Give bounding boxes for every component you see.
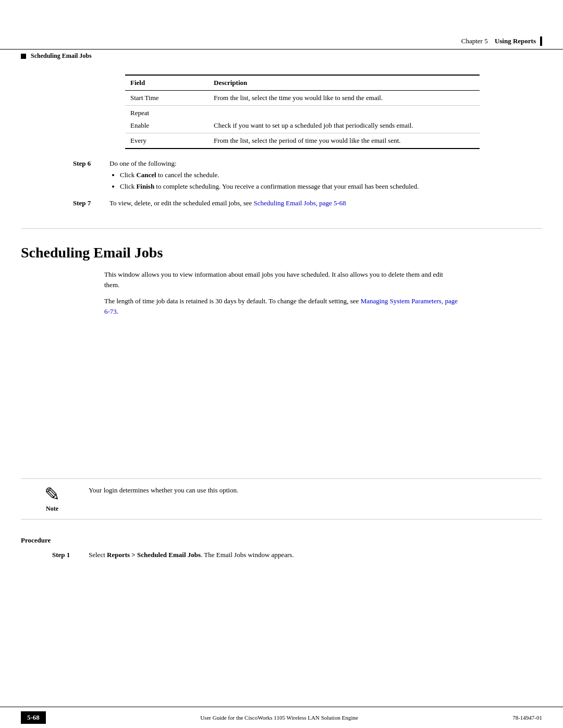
- desc-repeat: [209, 106, 480, 119]
- section-heading: Scheduling Email Jobs: [21, 228, 542, 261]
- note-icon-area: ✎ Note: [21, 485, 83, 513]
- step-1-content: Select Reports > Scheduled Email Jobs. T…: [89, 551, 563, 559]
- desc-start-time: From the list, select the time you would…: [209, 91, 480, 106]
- header-bar: Chapter 5 Using Reports: [0, 31, 563, 50]
- sub-header: Scheduling Email Jobs: [0, 50, 563, 64]
- note-content: Your login determines whether you can us…: [83, 485, 542, 496]
- body-para-1: This window allows you to view informati…: [104, 269, 459, 290]
- footer-right-text: 78-14947-01: [512, 714, 542, 721]
- list-item: Click Cancel to cancel the schedule.: [120, 171, 542, 179]
- step-1-text: Select Reports > Scheduled Email Jobs. T…: [89, 551, 294, 559]
- table-row-every: Every From the list, select the period o…: [125, 133, 480, 149]
- page: Chapter 5 Using Reports Scheduling Email…: [0, 0, 563, 728]
- chapter-number: Chapter 5: [461, 37, 488, 45]
- table-row-repeat: Repeat: [125, 106, 480, 119]
- main-content: Field Description Start Time From the li…: [0, 64, 563, 470]
- note-section: ✎ Note Your login determines whether you…: [21, 478, 542, 520]
- col-header-description: Description: [209, 75, 480, 91]
- field-every: Every: [125, 133, 209, 149]
- step-1-row: Step 1 Select Reports > Scheduled Email …: [52, 551, 563, 559]
- body-para-2: The length of time job data is retained …: [104, 296, 459, 316]
- step-6-intro: Do one of the following:: [109, 159, 177, 167]
- header-chapter: Chapter 5 Using Reports: [458, 37, 536, 45]
- note-pencil-icon: ✎: [44, 485, 60, 504]
- managing-system-params-link[interactable]: Managing System Parameters, page 6-73.: [104, 297, 458, 315]
- col-header-field: Field: [125, 75, 209, 91]
- step-6-bullets: Click Cancel to cancel the schedule. Cli…: [109, 171, 542, 191]
- desc-every: From the list, select the period of time…: [209, 133, 480, 149]
- footer-page-number: 5-68: [21, 711, 46, 724]
- note-text: Your login determines whether you can us…: [89, 486, 238, 494]
- footer: 5-68 User Guide for the CiscoWorks 1105 …: [0, 707, 563, 728]
- field-repeat: Repeat: [125, 106, 209, 119]
- step-6-label: Step 6: [73, 159, 109, 168]
- procedure-label: Procedure: [21, 536, 563, 545]
- note-label: Note: [46, 505, 58, 513]
- step-7-content: To view, delete, or edit the scheduled e…: [109, 199, 542, 207]
- step-7-row: Step 7 To view, delete, or edit the sche…: [73, 199, 542, 207]
- step-7-label: Step 7: [73, 199, 109, 207]
- header-right-border-decoration: [540, 36, 542, 46]
- steps-upper-section: Step 6 Do one of the following: Click Ca…: [73, 159, 542, 207]
- table-row: Start Time From the list, select the tim…: [125, 91, 480, 106]
- breadcrumb-icon: [21, 54, 26, 59]
- field-enable: Enable: [125, 118, 209, 133]
- footer-center-text: User Guide for the CiscoWorks 1105 Wirel…: [200, 714, 358, 721]
- spacer: [0, 559, 563, 707]
- scheduling-email-jobs-link[interactable]: Scheduling Email Jobs, page 5-68: [254, 199, 346, 207]
- field-start-time: Start Time: [125, 91, 209, 106]
- breadcrumb: Scheduling Email Jobs: [21, 52, 92, 59]
- table-row-enable: Enable Check if you want to set up a sch…: [125, 118, 480, 133]
- desc-enable: Check if you want to set up a scheduled …: [209, 118, 480, 133]
- header-using-reports: Using Reports: [495, 37, 536, 45]
- step-6-content: Do one of the following: Click Cancel to…: [109, 159, 542, 194]
- field-table: Field Description Start Time From the li…: [125, 75, 480, 149]
- list-item: Click Finish to complete scheduling. You…: [120, 182, 542, 191]
- step-7-text: To view, delete, or edit the scheduled e…: [109, 199, 346, 207]
- step-1-label: Step 1: [52, 551, 89, 559]
- step-6-row: Step 6 Do one of the following: Click Ca…: [73, 159, 542, 194]
